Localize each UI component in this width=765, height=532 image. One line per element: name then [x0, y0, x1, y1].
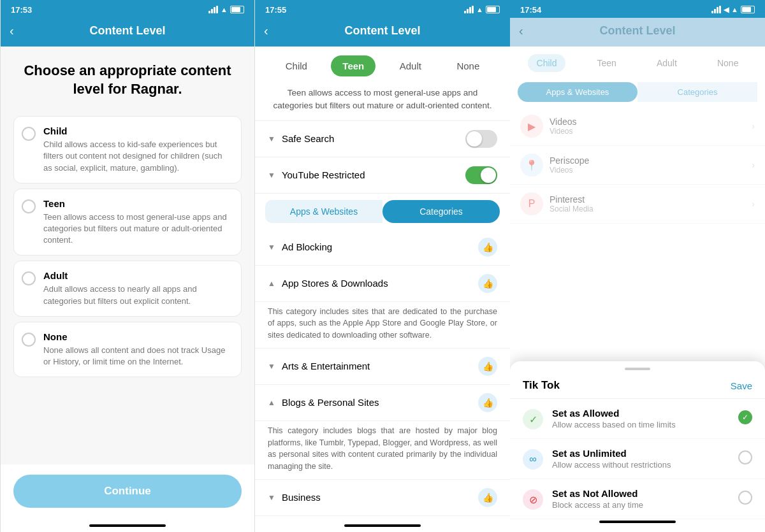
continue-button[interactable]: Continue	[13, 475, 242, 508]
option-child[interactable]: Child Child allows access to kid-safe ex…	[13, 116, 242, 183]
header-title-1: Content Level	[89, 24, 165, 38]
category-app-stores-label: App Stores & Downloads	[282, 278, 472, 289]
chevron-blogs: ▲	[268, 398, 275, 407]
radio-teen[interactable]	[22, 199, 36, 213]
chevron-youtube: ▼	[268, 171, 275, 180]
chevron-app-stores: ▲	[268, 279, 275, 288]
signal-icon-1	[208, 6, 218, 13]
allowed-title: Set as Allowed	[552, 408, 729, 419]
bg-subtab-apps: Apps & Websites	[518, 82, 638, 102]
home-indicator-3	[599, 521, 676, 523]
safe-search-row: ▼ Safe Search	[255, 121, 510, 157]
bg-periscope-info: Periscope Videos	[550, 155, 745, 175]
option-child-desc: Child allows access to kid-safe experien…	[43, 139, 232, 174]
status-icons-2: ▲	[464, 6, 500, 13]
bg-periscope-title: Periscope	[550, 155, 745, 166]
chevron-business: ▼	[268, 493, 275, 502]
sub-tab-categories[interactable]: Categories	[382, 200, 500, 223]
radio-not-allowed[interactable]	[738, 491, 752, 505]
sheet-save-button[interactable]: Save	[731, 380, 752, 391]
battery-icon-2	[486, 6, 500, 13]
radio-child[interactable]	[22, 127, 36, 141]
bg-tabs-3: Child Teen Adult None	[510, 47, 765, 77]
wifi-icon-2: ▲	[476, 6, 483, 13]
bg-periscope-sub: Videos	[550, 166, 745, 175]
category-ad-blocking-label: Ad Blocking	[282, 241, 472, 252]
battery-icon-1	[230, 6, 244, 13]
thumb-blogs: 👍	[478, 393, 497, 412]
option-teen-label: Teen	[43, 198, 232, 209]
home-indicator-2	[344, 524, 421, 527]
header-1: ‹ Content Level	[1, 18, 254, 47]
allowed-icon: ✓	[523, 409, 543, 429]
option-teen-desc: Teen allows access to most general-use a…	[43, 212, 232, 247]
category-chat[interactable]: ▼ Chat & Forums 👍	[255, 516, 510, 521]
option-none[interactable]: None None allows all content and does no…	[13, 322, 242, 377]
blocked-icon: ⊘	[523, 489, 543, 510]
bg-videos-arrow: ›	[752, 121, 755, 131]
category-app-stores[interactable]: ▲ App Stores & Downloads 👍	[255, 266, 510, 302]
bg-pinterest-avatar: P	[520, 192, 543, 215]
header-title-2: Content Level	[344, 24, 420, 38]
tab-selector-2: Child Teen Adult None	[255, 47, 510, 82]
category-blogs[interactable]: ▲ Blogs & Personal Sites 👍	[255, 385, 510, 421]
allowed-desc: Allow access based on time limits	[552, 420, 729, 429]
safe-search-toggle[interactable]	[465, 130, 497, 148]
bg-periscope-arrow: ›	[752, 160, 755, 170]
unlimited-icon: ∞	[523, 449, 543, 470]
status-icons-1: ▲	[208, 6, 244, 13]
category-business[interactable]: ▼ Business 👍	[255, 480, 510, 516]
safe-search-label: Safe Search	[282, 133, 459, 144]
sub-tab-apps-websites[interactable]: Apps & Websites	[265, 200, 382, 223]
youtube-restricted-toggle[interactable]	[465, 166, 497, 184]
bg-pinterest-info: Pinterest Social Media	[550, 194, 745, 213]
category-ad-blocking[interactable]: ▼ Ad Blocking 👍	[255, 229, 510, 266]
option-adult[interactable]: Adult Adult allows access to nearly all …	[13, 261, 242, 316]
radio-adult[interactable]	[22, 271, 36, 285]
wifi-icon-1: ▲	[221, 6, 228, 13]
sheet-header: Tik Tok Save	[510, 375, 765, 399]
bg-videos-sub: Videos	[550, 127, 745, 136]
category-arts[interactable]: ▼ Arts & Entertainment 👍	[255, 349, 510, 385]
bg-videos-info: Videos Videos	[550, 117, 745, 136]
app-stores-desc: This category includes sites that are de…	[255, 302, 510, 349]
chevron-safe-search: ▼	[268, 134, 275, 143]
page-title-1: Choose an appropriate content level for …	[13, 62, 242, 98]
thumb-arts: 👍	[478, 357, 497, 376]
option-not-allowed[interactable]: ⊘ Set as Not Allowed Block access at any…	[510, 479, 765, 519]
back-button-1[interactable]: ‹	[10, 24, 14, 38]
sheet-handle	[625, 368, 650, 370]
thumb-ad-blocking: 👍	[478, 238, 497, 257]
option-adult-label: Adult	[43, 270, 232, 281]
tab-child-2[interactable]: Child	[274, 55, 319, 76]
tab-teen-2[interactable]: Teen	[331, 55, 375, 76]
back-button-2[interactable]: ‹	[264, 24, 268, 38]
panel1-content: Choose an appropriate content level for …	[1, 47, 254, 464]
tab-description-2: Teen allows access to most general-use a…	[255, 82, 510, 121]
option-adult-desc: Adult allows access to nearly all apps a…	[43, 284, 232, 306]
tab-adult-2[interactable]: Adult	[388, 55, 433, 76]
header-3: ‹ Content Level	[510, 18, 765, 47]
sub-tabs-2: Apps & Websites Categories	[265, 200, 500, 223]
tab-none-2[interactable]: None	[445, 55, 491, 76]
option-allowed[interactable]: ✓ Set as Allowed Allow access based on t…	[510, 399, 765, 439]
battery-icon-3	[741, 6, 755, 13]
option-unlimited[interactable]: ∞ Set as Unlimited Allow access without …	[510, 439, 765, 479]
bg-videos-title: Videos	[550, 117, 745, 127]
status-bar-1: 17:53 ▲	[1, 0, 254, 18]
not-allowed-desc: Block access at any time	[552, 500, 729, 510]
radio-none[interactable]	[22, 333, 36, 347]
youtube-restricted-row: ▼ YouTube Restricted	[255, 157, 510, 194]
category-blogs-label: Blogs & Personal Sites	[282, 397, 472, 408]
radio-allowed[interactable]: ✓	[738, 410, 752, 424]
bg-tab-none: None	[708, 54, 747, 72]
bg-tab-child: Child	[528, 54, 566, 72]
radio-unlimited[interactable]	[738, 450, 752, 464]
location-icon-3: ◀	[724, 6, 729, 14]
option-teen[interactable]: Teen Teen allows access to most general-…	[13, 189, 242, 256]
signal-icon-2	[464, 6, 474, 13]
chevron-ad-blocking: ▼	[268, 243, 275, 252]
youtube-restricted-label: YouTube Restricted	[282, 169, 459, 180]
option-adult-text: Adult Adult allows access to nearly all …	[43, 270, 232, 306]
back-button-3[interactable]: ‹	[519, 24, 523, 38]
